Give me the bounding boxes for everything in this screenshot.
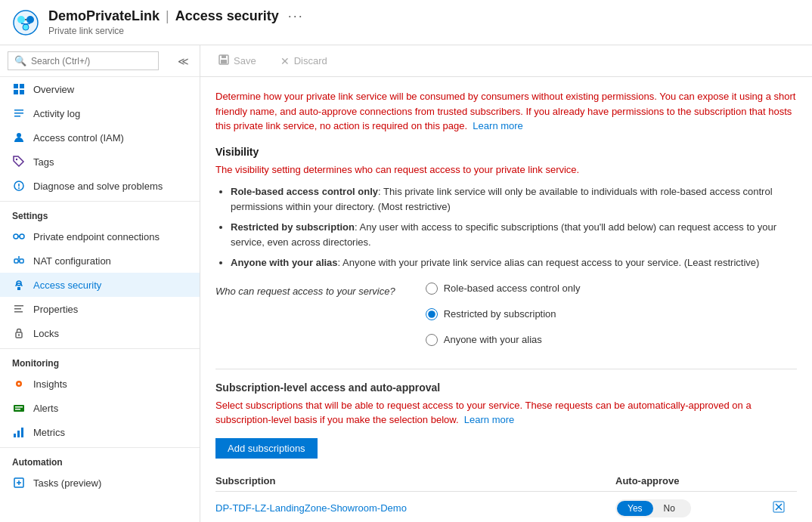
auto-approve-toggle[interactable]: Yes No	[615, 499, 691, 517]
sidebar-item-label-endpoint: Private endpoint connections	[33, 231, 160, 242]
bullet-item-alias: Anyone with your alias: Anyone with your…	[231, 255, 797, 270]
main-layout: 🔍 ≪ Overview Activity log	[0, 45, 812, 522]
sidebar-item-label-alerts: Alerts	[33, 403, 58, 414]
sidebar-item-label-insights: Insights	[33, 378, 67, 390]
radio-label-rbac[interactable]: Role-based access control only	[444, 283, 581, 294]
svg-rect-35	[14, 405, 24, 412]
sidebar-item-insights[interactable]: Insights	[0, 372, 200, 396]
sidebar-item-metrics[interactable]: Metrics	[0, 420, 200, 444]
svg-rect-29	[14, 308, 21, 310]
radio-label-subscription[interactable]: Restricted by subscription	[444, 308, 556, 320]
sidebar-item-label-overview: Overview	[33, 84, 74, 95]
radio-row-subscription: Restricted by subscription	[426, 308, 581, 320]
svg-rect-8	[20, 84, 24, 88]
tags-icon	[12, 155, 26, 168]
svg-line-6	[26, 23, 30, 24]
discard-button[interactable]: ✕ Discard	[274, 52, 333, 70]
svg-rect-27	[17, 287, 20, 290]
svg-point-18	[18, 187, 20, 189]
sidebar-monitoring-nav: Insights Alerts Metrics	[0, 372, 200, 444]
svg-rect-37	[15, 409, 20, 410]
table-header: Subscription Auto-approve	[215, 471, 797, 492]
diagnose-icon	[12, 179, 26, 193]
toggle-no-button[interactable]: No	[653, 501, 686, 516]
sidebar-nav: Overview Activity log Access control (IA…	[0, 77, 200, 198]
sidebar-item-label-properties: Properties	[33, 304, 78, 315]
learn-more-link-sub[interactable]: Learn more	[464, 414, 514, 425]
page-description: Determine how your private link service …	[215, 89, 797, 134]
save-button[interactable]: Save	[212, 51, 262, 70]
delete-icon	[773, 501, 785, 513]
svg-rect-45	[222, 55, 226, 58]
subscription-name: DP-TDF-LZ-LandingZone-Showroom-Demo	[215, 502, 615, 514]
sidebar-item-label-nat: NAT configuration	[33, 255, 111, 267]
radio-row-rbac: Role-based access control only	[426, 283, 581, 295]
svg-rect-22	[14, 259, 18, 263]
sidebar-automation-nav: Tasks (preview)	[0, 471, 200, 495]
sidebar-item-tasks[interactable]: Tasks (preview)	[0, 471, 200, 495]
search-input[interactable]	[31, 56, 152, 66]
radio-rbac[interactable]	[426, 283, 438, 295]
sidebar-item-properties[interactable]: Properties	[0, 297, 200, 321]
security-icon	[12, 278, 26, 292]
svg-rect-9	[14, 90, 18, 94]
access-question-label: Who can request access to your service?	[215, 283, 395, 297]
properties-icon	[12, 302, 26, 316]
learn-more-link-top[interactable]: Learn more	[473, 120, 522, 131]
svg-rect-7	[14, 84, 18, 88]
locks-icon	[12, 326, 26, 340]
svg-rect-13	[14, 116, 20, 117]
svg-rect-10	[20, 90, 24, 94]
tasks-icon	[12, 476, 26, 490]
bullet-bold-subscription: Restricted by subscription	[231, 221, 355, 233]
automation-section-header: Automation	[0, 447, 200, 471]
add-subscriptions-button[interactable]: Add subscriptions	[215, 438, 318, 459]
sidebar: 🔍 ≪ Overview Activity log	[0, 45, 200, 522]
sidebar-item-overview[interactable]: Overview	[0, 77, 200, 101]
alerts-icon	[12, 401, 26, 415]
svg-rect-30	[14, 311, 23, 313]
sidebar-item-tags[interactable]: Tags	[0, 150, 200, 174]
svg-rect-38	[14, 434, 16, 437]
svg-line-5	[21, 23, 26, 24]
subscription-section-title: Subscription-level access and auto-appro…	[215, 381, 797, 394]
radio-subscription[interactable]	[426, 308, 438, 320]
insights-icon	[12, 377, 26, 391]
radio-alias[interactable]	[426, 334, 438, 346]
svg-rect-39	[17, 431, 20, 437]
svg-rect-28	[14, 305, 23, 307]
sidebar-item-access-control[interactable]: Access control (IAM)	[0, 125, 200, 150]
visibility-bullets: Role-based access control only: This pri…	[231, 184, 797, 270]
header-separator: |	[166, 8, 169, 24]
svg-rect-11	[14, 110, 23, 111]
search-box[interactable]: 🔍	[8, 51, 159, 70]
svg-point-20	[20, 234, 24, 239]
sidebar-item-alerts[interactable]: Alerts	[0, 396, 200, 420]
svg-rect-40	[21, 428, 23, 437]
sidebar-item-label-iam: Access control (IAM)	[33, 132, 124, 144]
more-options-button[interactable]: ···	[288, 8, 304, 24]
visibility-description: The visibility setting determines who ca…	[215, 162, 797, 178]
radio-label-alias[interactable]: Anyone with your alias	[444, 334, 542, 345]
settings-section-header: Settings	[0, 201, 200, 224]
svg-point-4	[23, 24, 29, 30]
sidebar-item-private-endpoint[interactable]: Private endpoint connections	[0, 224, 200, 249]
svg-point-32	[18, 334, 20, 335]
toggle-yes-button[interactable]: Yes	[617, 501, 653, 516]
sidebar-item-diagnose[interactable]: Diagnose and solve problems	[0, 174, 200, 198]
collapse-sidebar-button[interactable]: ≪	[175, 52, 192, 70]
svg-rect-12	[14, 113, 23, 114]
resource-name: DemoPrivateLink	[48, 8, 160, 24]
sidebar-item-label-locks: Locks	[33, 328, 59, 339]
delete-subscription-button[interactable]	[767, 498, 791, 519]
svg-point-2	[26, 16, 34, 23]
content-area: Save ✕ Discard Determine how your privat…	[200, 45, 812, 522]
sidebar-item-nat[interactable]: NAT configuration	[0, 249, 200, 273]
sidebar-item-locks[interactable]: Locks	[0, 321, 200, 345]
bullet-item-subscription: Restricted by subscription: Any user wit…	[231, 220, 797, 249]
search-icon: 🔍	[14, 55, 26, 66]
sidebar-item-access-security[interactable]: Access security	[0, 273, 200, 297]
visibility-title: Visibility	[215, 146, 797, 158]
sidebar-item-activity-log[interactable]: Activity log	[0, 101, 200, 125]
page-content: Determine how your private link service …	[200, 77, 812, 522]
